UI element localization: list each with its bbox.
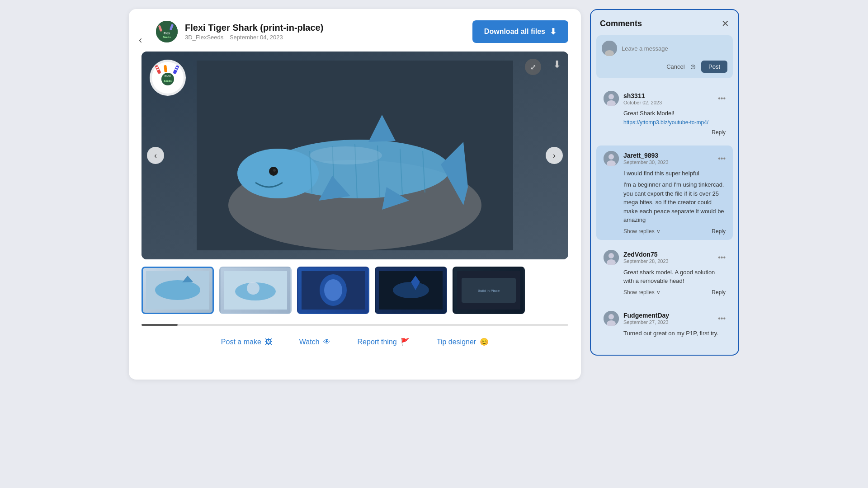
thumbnail-4[interactable] [375,267,447,314]
report-label: Report thing [358,338,397,346]
svg-text:Flex: Flex [165,75,171,78]
comment-2-username: Jarett_9893 [623,152,713,159]
meta-info: 3D_FlexSeeds September 04, 2023 [185,34,323,41]
thumbnail-strip: Build in Place [142,267,568,314]
tip-label: Tip designer [437,338,476,346]
comment-2-show-replies[interactable]: Show replies ∨ [623,228,660,235]
page-wrapper: ‹ F [0,0,868,488]
emoji-button[interactable]: ☺ [689,63,697,71]
chevron-down-icon: ∨ [656,228,660,235]
chevron-down-icon-3: ∨ [656,289,660,296]
comment-2-footer: Show replies ∨ Reply [623,228,726,235]
comment-text-input[interactable] [622,45,727,52]
image-prev-button[interactable]: ‹ [147,147,164,164]
comment-1-reply-button[interactable]: Reply [712,129,726,136]
svg-point-23 [310,146,382,164]
download-all-button[interactable]: Download all files ⬇ [472,20,568,43]
comment-2-header: Jarett_9893 September 30, 2023 ••• [604,151,726,166]
comment-4-meta: FudgementDay September 27, 2023 [623,312,713,325]
comment-4-username: FudgementDay [623,312,713,319]
tip-designer-button[interactable]: Tip designer 😊 [437,338,489,346]
svg-point-60 [609,253,614,258]
svg-text:Seeds: Seeds [163,36,171,38]
show-replies-label: Show replies [623,228,655,235]
image-next-button[interactable]: › [546,147,563,164]
download-label: Download all files [484,28,545,36]
svg-text:Build in Place: Build in Place [478,289,500,293]
svg-text:Seeds: Seeds [164,80,172,82]
thumbnail-5[interactable]: Build in Place [453,267,525,314]
comment-3-date: September 28, 2023 [623,258,713,264]
author-name: 3D_FlexSeeds [185,34,223,41]
avatar: Flex Seeds [155,20,179,43]
watch-button[interactable]: Watch 👁 [299,338,330,346]
comment-2-date: September 30, 2023 [623,160,713,165]
comment-1-footer: Reply [623,129,726,136]
comment-1: sh3311 October 02, 2023 ••• Great Shark … [596,85,733,141]
comment-3-show-replies[interactable]: Show replies ∨ [623,289,660,296]
svg-point-63 [609,314,614,319]
publish-date: September 04, 2023 [230,34,283,41]
comment-1-menu[interactable]: ••• [718,94,726,103]
comment-1-date: October 02, 2023 [623,100,713,105]
comment-1-link[interactable]: https://yttomp3.biz/youtube-to-mp4/ [623,119,726,126]
watch-label: Watch [299,338,320,346]
comment-2-menu[interactable]: ••• [718,155,726,163]
back-button[interactable]: ‹ [134,32,146,49]
thumbnail-3[interactable] [297,267,369,314]
comment-2-avatar [604,151,619,166]
comment-1-header: sh3311 October 02, 2023 ••• [604,91,726,106]
download-icon: ⬇ [550,27,557,37]
actions-bar: Post a make 🖼 Watch 👁 Report thing 🚩 Tip… [142,334,568,350]
watch-icon: 👁 [323,338,330,346]
post-comment-button[interactable]: Post [701,61,727,73]
scroll-bar [142,324,178,326]
svg-text:Flex: Flex [164,32,170,35]
header: Flex Seeds Flexi Tiger Shark (print-in-p… [142,20,568,43]
flexseeds-overlay: Flex Seeds [150,60,186,96]
scroll-indicator [142,324,568,326]
svg-point-10 [237,149,319,198]
show-replies-label-3: Show replies [623,289,655,296]
report-icon: 🚩 [401,338,410,346]
cancel-comment-button[interactable]: Cancel [666,63,684,70]
title-area: Flexi Tiger Shark (print-in-place) 3D_Fl… [185,23,323,41]
comment-3-username: ZedVdon75 [623,251,713,258]
svg-point-40 [247,282,259,295]
comment-1-meta: sh3311 October 02, 2023 [623,92,713,105]
comments-title: Comments [600,19,642,28]
page-title: Flexi Tiger Shark (print-in-place) [185,23,323,33]
close-comments-button[interactable]: ✕ [722,18,729,29]
svg-point-54 [609,94,614,99]
svg-point-36 [155,280,200,300]
comment-3-menu[interactable]: ••• [718,253,726,262]
current-user-avatar [602,41,617,56]
comment-1-username: sh3311 [623,92,713,99]
comment-4-avatar [604,311,619,326]
comment-4: FudgementDay September 27, 2023 ••• Turn… [596,305,733,343]
comment-3-header: ZedVdon75 September 28, 2023 ••• [604,250,726,265]
comment-2-meta: Jarett_9893 September 30, 2023 [623,152,713,165]
comment-3: ZedVdon75 September 28, 2023 ••• Great s… [596,244,733,301]
comment-3-footer: Show replies ∨ Reply [623,289,726,296]
thumbnail-2[interactable] [219,267,292,314]
main-card: ‹ F [129,9,581,380]
comment-3-meta: ZedVdon75 September 28, 2023 [623,251,713,264]
svg-point-22 [273,169,276,172]
report-button[interactable]: Report thing 🚩 [358,338,410,346]
post-make-button[interactable]: Post a make 🖼 [221,338,272,346]
comment-1-avatar [604,91,619,106]
comment-2-text-main: I would find this super helpful [623,169,726,178]
thumbnail-1[interactable] [142,267,214,314]
image-download-button[interactable]: ⬇ [553,59,561,70]
svg-point-51 [607,44,612,49]
comment-1-text: Great Shark Model! [623,109,726,118]
comment-4-header: FudgementDay September 27, 2023 ••• [604,311,726,326]
svg-point-43 [324,279,342,301]
comment-3-reply-button[interactable]: Reply [712,289,726,296]
comment-4-menu[interactable]: ••• [718,314,726,323]
comment-2-reply-button[interactable]: Reply [712,228,726,235]
comment-3-text: Great shark model. A good solution with … [623,268,726,286]
expand-button[interactable]: ⤢ [525,59,541,75]
header-left: Flex Seeds Flexi Tiger Shark (print-in-p… [155,20,323,43]
